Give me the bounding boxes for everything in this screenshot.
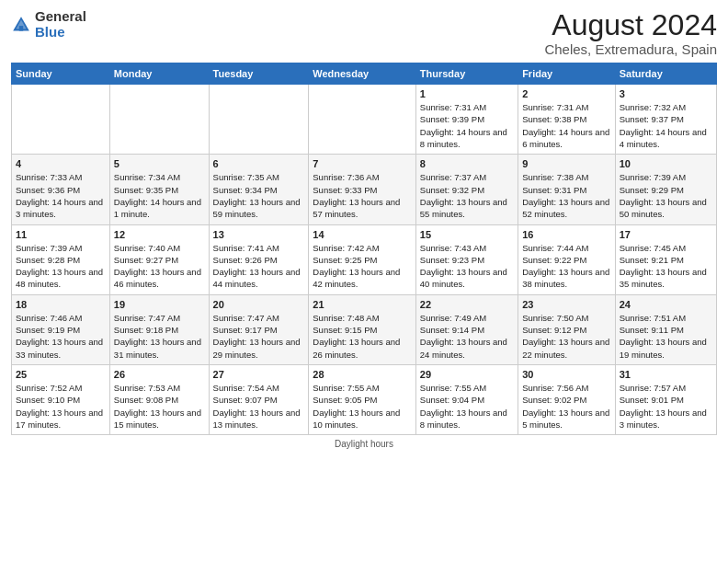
table-row: 11Sunrise: 7:39 AMSunset: 9:28 PMDayligh… <box>12 224 110 294</box>
cell-text: Sunrise: 7:47 AMSunset: 9:18 PMDaylight:… <box>114 313 201 360</box>
cell-text: Sunrise: 7:55 AMSunset: 9:05 PMDaylight:… <box>313 383 400 430</box>
cell-text: Sunrise: 7:57 AMSunset: 9:01 PMDaylight:… <box>620 383 707 430</box>
table-row: 5Sunrise: 7:34 AMSunset: 9:35 PMDaylight… <box>109 155 209 224</box>
title-block: August 2024 Cheles, Extremadura, Spain <box>544 9 717 57</box>
day-number: 12 <box>114 229 205 240</box>
table-row: 3Sunrise: 7:32 AMSunset: 9:37 PMDaylight… <box>615 85 716 155</box>
header-tuesday: Tuesday <box>209 63 309 85</box>
table-row: 24Sunrise: 7:51 AMSunset: 9:11 PMDayligh… <box>615 294 716 364</box>
calendar-week-row: 1Sunrise: 7:31 AMSunset: 9:39 PMDaylight… <box>12 85 717 155</box>
day-number: 11 <box>16 229 106 240</box>
cell-text: Sunrise: 7:46 AMSunset: 9:19 PMDaylight:… <box>16 313 103 360</box>
logo-icon <box>11 15 31 35</box>
cell-text: Sunrise: 7:32 AMSunset: 9:37 PMDaylight:… <box>620 102 707 149</box>
table-row: 21Sunrise: 7:48 AMSunset: 9:15 PMDayligh… <box>309 294 416 364</box>
table-row: 22Sunrise: 7:49 AMSunset: 9:14 PMDayligh… <box>415 294 518 364</box>
day-number: 9 <box>522 158 611 169</box>
cell-text: Sunrise: 7:31 AMSunset: 9:38 PMDaylight:… <box>522 102 609 149</box>
cell-text: Sunrise: 7:56 AMSunset: 9:02 PMDaylight:… <box>522 383 609 430</box>
table-row <box>12 85 110 155</box>
day-number: 20 <box>213 299 305 310</box>
day-number: 30 <box>522 369 611 380</box>
day-number: 14 <box>313 229 412 240</box>
calendar-week-row: 25Sunrise: 7:52 AMSunset: 9:10 PMDayligh… <box>12 364 717 434</box>
table-row: 2Sunrise: 7:31 AMSunset: 9:38 PMDaylight… <box>518 85 616 155</box>
calendar-header-row: Sunday Monday Tuesday Wednesday Thursday… <box>12 63 717 85</box>
day-number: 28 <box>313 369 412 380</box>
day-number: 3 <box>620 88 712 99</box>
subtitle: Cheles, Extremadura, Spain <box>544 41 717 57</box>
cell-text: Sunrise: 7:43 AMSunset: 9:23 PMDaylight:… <box>420 243 507 290</box>
calendar-week-row: 18Sunrise: 7:46 AMSunset: 9:19 PMDayligh… <box>12 294 717 364</box>
table-row: 30Sunrise: 7:56 AMSunset: 9:02 PMDayligh… <box>518 364 616 434</box>
cell-text: Sunrise: 7:31 AMSunset: 9:39 PMDaylight:… <box>420 102 507 149</box>
day-number: 8 <box>420 158 514 169</box>
main-title: August 2024 <box>544 9 717 41</box>
cell-text: Sunrise: 7:36 AMSunset: 9:33 PMDaylight:… <box>313 172 400 219</box>
table-row: 8Sunrise: 7:37 AMSunset: 9:32 PMDaylight… <box>415 155 518 224</box>
day-number: 25 <box>16 369 106 380</box>
header-wednesday: Wednesday <box>309 63 416 85</box>
calendar-week-row: 11Sunrise: 7:39 AMSunset: 9:28 PMDayligh… <box>12 224 717 294</box>
day-number: 6 <box>213 158 305 169</box>
day-number: 21 <box>313 299 412 310</box>
header: General Blue August 2024 Cheles, Extrema… <box>11 9 717 57</box>
page-container: General Blue August 2024 Cheles, Extrema… <box>0 0 728 456</box>
logo-text: General Blue <box>35 9 86 40</box>
table-row: 31Sunrise: 7:57 AMSunset: 9:01 PMDayligh… <box>615 364 716 434</box>
cell-text: Sunrise: 7:49 AMSunset: 9:14 PMDaylight:… <box>420 313 507 360</box>
table-row: 26Sunrise: 7:53 AMSunset: 9:08 PMDayligh… <box>109 364 209 434</box>
table-row: 17Sunrise: 7:45 AMSunset: 9:21 PMDayligh… <box>615 224 716 294</box>
day-number: 26 <box>114 369 205 380</box>
cell-text: Sunrise: 7:33 AMSunset: 9:36 PMDaylight:… <box>16 172 103 219</box>
table-row: 1Sunrise: 7:31 AMSunset: 9:39 PMDaylight… <box>415 85 518 155</box>
cell-text: Sunrise: 7:39 AMSunset: 9:28 PMDaylight:… <box>16 243 103 290</box>
cell-text: Sunrise: 7:40 AMSunset: 9:27 PMDaylight:… <box>114 243 201 290</box>
day-number: 29 <box>420 369 514 380</box>
table-row: 20Sunrise: 7:47 AMSunset: 9:17 PMDayligh… <box>209 294 309 364</box>
day-number: 31 <box>620 369 712 380</box>
cell-text: Sunrise: 7:52 AMSunset: 9:10 PMDaylight:… <box>16 383 103 430</box>
cell-text: Sunrise: 7:48 AMSunset: 9:15 PMDaylight:… <box>313 313 400 360</box>
calendar-table: Sunday Monday Tuesday Wednesday Thursday… <box>11 63 717 435</box>
day-number: 5 <box>114 158 205 169</box>
day-number: 17 <box>620 229 712 240</box>
logo-general: General <box>35 8 86 24</box>
cell-text: Sunrise: 7:37 AMSunset: 9:32 PMDaylight:… <box>420 172 507 219</box>
cell-text: Sunrise: 7:39 AMSunset: 9:29 PMDaylight:… <box>620 172 707 219</box>
day-number: 10 <box>620 158 712 169</box>
cell-text: Sunrise: 7:38 AMSunset: 9:31 PMDaylight:… <box>522 172 609 219</box>
logo-blue: Blue <box>35 24 65 40</box>
table-row: 29Sunrise: 7:55 AMSunset: 9:04 PMDayligh… <box>415 364 518 434</box>
day-number: 24 <box>620 299 712 310</box>
cell-text: Sunrise: 7:41 AMSunset: 9:26 PMDaylight:… <box>213 243 301 290</box>
day-number: 2 <box>522 88 611 99</box>
day-number: 22 <box>420 299 514 310</box>
cell-text: Sunrise: 7:50 AMSunset: 9:12 PMDaylight:… <box>522 313 609 360</box>
table-row: 13Sunrise: 7:41 AMSunset: 9:26 PMDayligh… <box>209 224 309 294</box>
table-row: 10Sunrise: 7:39 AMSunset: 9:29 PMDayligh… <box>615 155 716 224</box>
table-row <box>209 85 309 155</box>
cell-text: Sunrise: 7:54 AMSunset: 9:07 PMDaylight:… <box>213 383 301 430</box>
header-thursday: Thursday <box>415 63 518 85</box>
table-row: 12Sunrise: 7:40 AMSunset: 9:27 PMDayligh… <box>109 224 209 294</box>
table-row: 23Sunrise: 7:50 AMSunset: 9:12 PMDayligh… <box>518 294 616 364</box>
table-row: 4Sunrise: 7:33 AMSunset: 9:36 PMDaylight… <box>12 155 110 224</box>
logo: General Blue <box>11 9 86 40</box>
svg-rect-2 <box>19 26 23 30</box>
cell-text: Sunrise: 7:44 AMSunset: 9:22 PMDaylight:… <box>522 243 609 290</box>
header-friday: Friday <box>518 63 616 85</box>
table-row: 15Sunrise: 7:43 AMSunset: 9:23 PMDayligh… <box>415 224 518 294</box>
table-row: 27Sunrise: 7:54 AMSunset: 9:07 PMDayligh… <box>209 364 309 434</box>
daylight-footer: Daylight hours <box>11 439 717 449</box>
day-number: 1 <box>420 88 514 99</box>
header-monday: Monday <box>109 63 209 85</box>
table-row: 25Sunrise: 7:52 AMSunset: 9:10 PMDayligh… <box>12 364 110 434</box>
table-row: 19Sunrise: 7:47 AMSunset: 9:18 PMDayligh… <box>109 294 209 364</box>
day-number: 7 <box>313 158 412 169</box>
cell-text: Sunrise: 7:45 AMSunset: 9:21 PMDaylight:… <box>620 243 707 290</box>
day-number: 27 <box>213 369 305 380</box>
table-row: 9Sunrise: 7:38 AMSunset: 9:31 PMDaylight… <box>518 155 616 224</box>
day-number: 16 <box>522 229 611 240</box>
table-row: 7Sunrise: 7:36 AMSunset: 9:33 PMDaylight… <box>309 155 416 224</box>
